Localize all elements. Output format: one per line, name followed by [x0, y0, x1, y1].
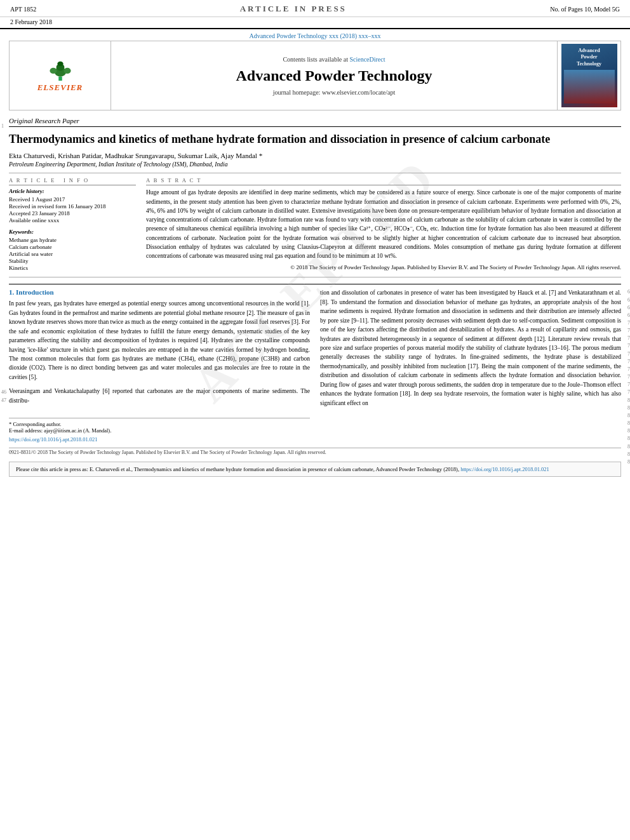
- elsevier-tree-icon: [41, 59, 79, 81]
- apt-cover-thumbnail: AdvancedPowderTechnology: [561, 44, 617, 107]
- no-of-pages: No. of Pages 10, Model 5G: [550, 6, 620, 13]
- apt-number: APT 1852: [10, 6, 36, 13]
- keyword-3: Artificial sea water: [9, 251, 136, 257]
- svg-point-5: [64, 67, 70, 73]
- top-header: APT 1852 ARTICLE IN PRESS No. of Pages 1…: [0, 0, 630, 17]
- body-two-col: 48 49 50 51 52 53 54 55 56 57 58 59 60 6…: [9, 288, 621, 443]
- received-row: Received 1 August 2017: [9, 196, 136, 203]
- article-info-col: A R T I C L E I N F O Article history: R…: [9, 177, 136, 272]
- accepted-row: Accepted 23 January 2018: [9, 210, 136, 217]
- doi-link-footer[interactable]: https://doi.org/10.1016/j.apt.2018.01.02…: [9, 436, 310, 443]
- revised-row: Received in revised form 16 January 2018: [9, 203, 136, 210]
- cite-box: Please cite this article in press as: E.…: [9, 462, 621, 477]
- journal-link[interactable]: Advanced Powder Technology xxx (2018) xx…: [249, 32, 380, 39]
- keyword-5: Kinetics: [9, 265, 136, 271]
- intro-right-text: tion and dissolution of carbonates in pr…: [320, 288, 621, 408]
- body-right-col: 66 67 68 69 70 71 72 73 74 75 76 77 78 7…: [320, 288, 621, 443]
- abstract-text: Huge amount of gas hydrate deposits are …: [146, 188, 621, 260]
- article-info-abstract: A R T I C L E I N F O Article history: R…: [9, 177, 621, 272]
- article-history-label: Article history:: [9, 188, 136, 194]
- journal-link-bar: Advanced Powder Technology xxx (2018) xx…: [0, 29, 630, 41]
- email-note: E-mail address: ajay@iitism.ac.in (A. Ma…: [9, 427, 310, 434]
- cite-doi-link[interactable]: https://doi.org/10.1016/j.apt.2018.01.02…: [460, 466, 549, 472]
- affiliation: Petroleum Engineering Department, Indian…: [9, 161, 621, 168]
- article-info-heading: A R T I C L E I N F O: [9, 177, 136, 185]
- science-direct-line: Contents lists available at ScienceDirec…: [283, 56, 385, 63]
- keyword-4: Stability: [9, 258, 136, 264]
- body-section: 48 49 50 51 52 53 54 55 56 57 58 59 60 6…: [9, 284, 621, 443]
- intro-left-text: In past few years, gas hydrates have eme…: [9, 299, 310, 382]
- main-content: 1 Original Research Paper ACCEPTED Therm…: [0, 117, 630, 443]
- separator-1: [9, 173, 621, 173]
- footer-issn: 0921-8831/© 2018 The Society of Powder T…: [0, 448, 630, 458]
- date-line: 2 February 2018: [0, 17, 630, 29]
- authors-line: Ekta Chaturvedi, Krishan Patidar, Madhuk…: [9, 152, 621, 159]
- abstract-heading: A B S T R A C T: [146, 177, 621, 185]
- science-direct-link[interactable]: ScienceDirect: [349, 56, 385, 63]
- svg-point-3: [57, 61, 63, 65]
- svg-point-4: [50, 67, 57, 73]
- article-title: Thermodynamics and kinetics of methane h…: [9, 132, 621, 147]
- elsevier-brand: ELSEVIER: [37, 83, 83, 93]
- keywords-label: Keywords:: [9, 229, 136, 235]
- svg-rect-0: [58, 76, 62, 80]
- separator-2: [9, 277, 621, 277]
- article-type: Original Research Paper: [9, 117, 621, 127]
- corresponding-note: * Corresponding author.: [9, 421, 310, 427]
- journal-title: Advanced Powder Technology: [236, 67, 432, 84]
- intro-section-title: 1. Introduction: [9, 288, 310, 296]
- journal-center: Contents lists available at ScienceDirec…: [111, 41, 557, 110]
- elsevier-logo-section: ELSEVIER: [10, 41, 111, 110]
- journal-cover-image: AdvancedPowderTechnology: [557, 41, 620, 110]
- intro-left-text-2: Veerasingam and Venkatachalapathy [6] re…: [9, 387, 310, 405]
- keyword-1: Methane gas hydrate: [9, 237, 136, 243]
- abstract-col: A B S T R A C T Huge amount of gas hydra…: [146, 177, 621, 272]
- article-in-press: ARTICLE IN PRESS: [240, 4, 347, 14]
- available-row: Available online xxxx: [9, 217, 136, 223]
- journal-homepage: journal homepage: www.elsevier.com/locat…: [273, 89, 396, 96]
- keyword-2: Calcium carbonate: [9, 244, 136, 250]
- journal-header: ELSEVIER Contents lists available at Sci…: [9, 41, 621, 110]
- abstract-copyright: © 2018 The Society of Powder Technology …: [146, 264, 621, 270]
- footnote-area: * Corresponding author. E-mail address: …: [9, 418, 310, 443]
- body-left-col: 48 49 50 51 52 53 54 55 56 57 58 59 60 6…: [9, 288, 310, 443]
